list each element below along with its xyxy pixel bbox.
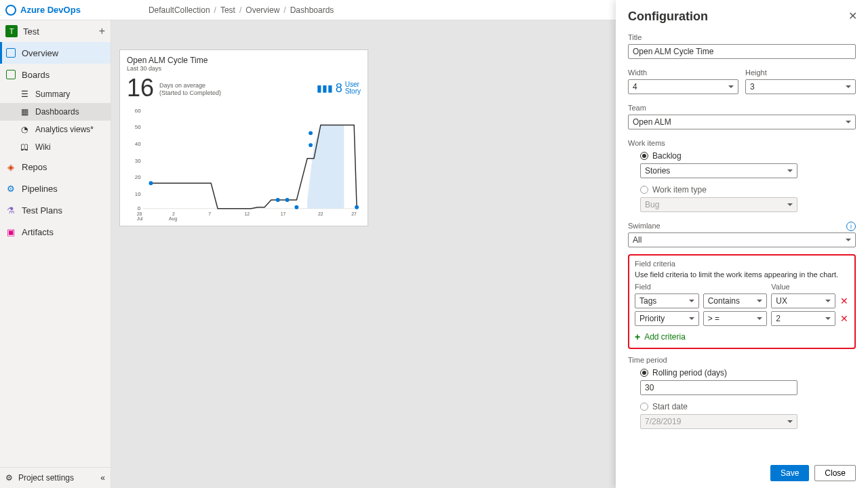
- start-date-input: 7/28/2019: [640, 414, 797, 429]
- sidebar-item-wiki[interactable]: 🕮 Wiki: [0, 138, 111, 156]
- svg-point-9: [149, 181, 153, 185]
- svg-text:40: 40: [135, 141, 141, 147]
- svg-text:10: 10: [135, 191, 141, 197]
- svg-text:30: 30: [135, 158, 141, 164]
- collapse-sidebar-icon[interactable]: «: [100, 473, 105, 483]
- criteria-field-select[interactable]: Priority: [635, 311, 699, 326]
- svg-text:2: 2: [172, 211, 175, 216]
- label-title: Title: [628, 33, 856, 41]
- sidebar-item-test-plans[interactable]: ⚗ Test Plans: [0, 199, 111, 221]
- radio-unchecked-icon: [640, 403, 648, 411]
- save-button[interactable]: Save: [770, 465, 809, 481]
- label-field-criteria: Field criteria: [635, 260, 849, 268]
- breadcrumb-item[interactable]: Overview: [245, 5, 279, 15]
- criteria-op-select[interactable]: Contains: [703, 293, 768, 308]
- dashboards-icon: ▦: [19, 106, 30, 117]
- sidebar-item-dashboards[interactable]: ▦ Dashboards: [0, 103, 111, 121]
- width-select[interactable]: 4: [628, 79, 738, 94]
- svg-text:20: 20: [135, 174, 141, 180]
- svg-text:Jul: Jul: [137, 216, 143, 221]
- label-width: Width: [628, 68, 738, 77]
- project-settings[interactable]: ⚙ Project settings «: [0, 468, 111, 488]
- label-value: Value: [771, 283, 835, 291]
- close-button[interactable]: Close: [814, 465, 856, 481]
- azure-devops-logo-icon: [5, 5, 16, 16]
- configuration-panel: Configuration ✕ Title Open ALM Cycle Tim…: [616, 0, 868, 488]
- sidebar-item-overview[interactable]: Overview: [0, 42, 111, 64]
- label-swimlane: Swimlane i: [628, 222, 856, 230]
- backlog-select[interactable]: Stories: [640, 163, 797, 178]
- radio-unchecked-icon: [640, 186, 648, 194]
- svg-point-11: [285, 198, 290, 202]
- breadcrumb: DefaultCollection / Test / Overview / Da…: [149, 5, 334, 15]
- sidebar: T Test + Overview Boards ☰ Summary ▦ Das…: [0, 20, 111, 488]
- sidebar-item-label: Repos: [22, 162, 47, 172]
- work-item-type-select: Bug: [640, 197, 797, 212]
- remove-criteria-icon[interactable]: ✕: [840, 313, 849, 324]
- breadcrumb-item[interactable]: Dashboards: [290, 5, 334, 15]
- panel-footer: Save Close: [770, 465, 856, 481]
- boards-icon: [5, 69, 16, 80]
- widget-subtitle: Last 30 days: [127, 65, 361, 72]
- label-height: Height: [745, 68, 856, 77]
- svg-text:28: 28: [137, 211, 142, 216]
- sidebar-item-pipelines[interactable]: ⚙ Pipelines: [0, 178, 111, 199]
- height-select[interactable]: 3: [745, 79, 856, 94]
- radio-start-date[interactable]: Start date: [640, 402, 856, 411]
- svg-point-10: [276, 198, 280, 202]
- sidebar-item-analytics[interactable]: ◔ Analytics views*: [0, 121, 111, 138]
- add-criteria-button[interactable]: + Add criteria: [635, 331, 849, 342]
- help-icon[interactable]: i: [846, 222, 856, 231]
- label-work-items: Work items: [628, 139, 856, 147]
- criteria-value-select[interactable]: 2: [771, 311, 835, 326]
- sidebar-item-repos[interactable]: ◈ Repos: [0, 156, 111, 178]
- sidebar-item-label: Artifacts: [22, 227, 54, 237]
- breadcrumb-item[interactable]: Test: [220, 5, 235, 15]
- sidebar-item-artifacts[interactable]: ▣ Artifacts: [0, 221, 111, 243]
- cycle-time-widget[interactable]: Open ALM Cycle Time Last 30 days 16 Days…: [119, 49, 368, 226]
- pipelines-icon: ⚙: [5, 183, 16, 194]
- brand: Azure DevOps: [20, 5, 81, 15]
- breadcrumb-separator: /: [239, 5, 241, 15]
- sidebar-item-label: Project settings: [18, 473, 74, 483]
- breadcrumb-separator: /: [214, 5, 216, 15]
- breadcrumb-separator: /: [283, 5, 285, 15]
- criteria-op-select[interactable]: > =: [703, 311, 768, 326]
- add-project-icon[interactable]: +: [99, 25, 105, 37]
- remove-criteria-icon[interactable]: ✕: [840, 296, 849, 306]
- breadcrumb-item[interactable]: DefaultCollection: [149, 5, 210, 15]
- rolling-days-input[interactable]: 30: [640, 380, 797, 395]
- project-selector[interactable]: T Test +: [0, 20, 111, 42]
- label-team: Team: [628, 104, 856, 112]
- test-plans-icon: ⚗: [5, 205, 16, 216]
- title-input[interactable]: Open ALM Cycle Time: [628, 44, 856, 59]
- sidebar-item-summary[interactable]: ☰ Summary: [0, 85, 111, 103]
- team-select[interactable]: Open ALM: [628, 115, 856, 129]
- svg-text:60: 60: [135, 108, 141, 114]
- sidebar-item-label: Test Plans: [22, 205, 62, 216]
- svg-marker-8: [307, 125, 344, 209]
- label-time-period: Time period: [628, 356, 856, 364]
- swimlane-select[interactable]: All: [628, 232, 856, 247]
- svg-text:0: 0: [138, 205, 141, 211]
- sidebar-item-label: Overview: [22, 48, 58, 58]
- sidebar-item-label: Boards: [22, 70, 50, 80]
- radio-backlog[interactable]: Backlog: [640, 151, 856, 161]
- overview-icon: [5, 47, 16, 58]
- radio-work-item-type[interactable]: Work item type: [640, 185, 856, 195]
- analytics-icon: ◔: [19, 124, 30, 135]
- widget-title: Open ALM Cycle Time: [127, 56, 361, 65]
- criteria-value-select[interactable]: UX: [771, 293, 835, 308]
- criteria-help: Use field criteria to limit the work ite…: [635, 270, 849, 279]
- svg-text:22: 22: [318, 211, 323, 216]
- sidebar-item-boards[interactable]: Boards: [0, 64, 111, 85]
- widget-stats: 16 Days on average (Started to Completed…: [127, 76, 361, 100]
- summary-icon: ☰: [19, 89, 30, 100]
- radio-rolling[interactable]: Rolling period (days): [640, 368, 856, 378]
- widget-big-number: 16: [127, 76, 154, 100]
- panel-title: Configuration: [628, 9, 856, 24]
- svg-point-15: [355, 205, 359, 209]
- close-icon[interactable]: ✕: [848, 9, 857, 22]
- criteria-field-select[interactable]: Tags: [635, 293, 699, 308]
- svg-point-14: [309, 131, 313, 135]
